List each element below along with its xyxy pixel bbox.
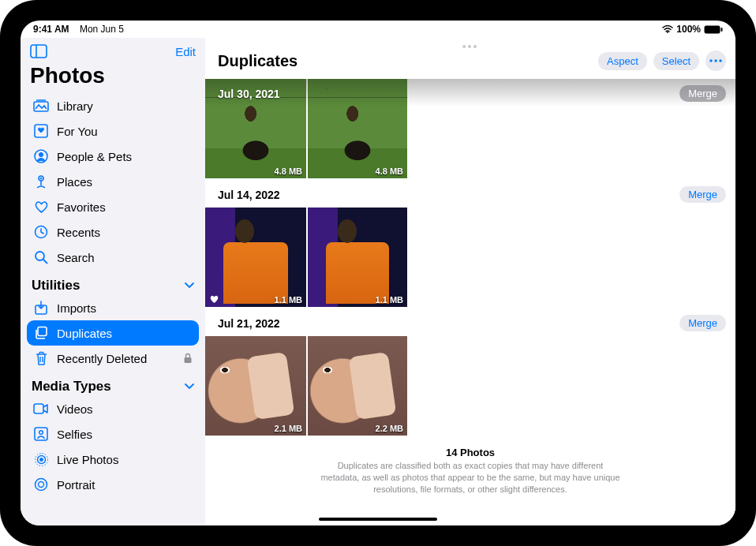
sidebar-item-selfies[interactable]: Selfies: [27, 421, 199, 447]
file-size: 1.1 MB: [376, 295, 403, 305]
sidebar-title: Photos: [27, 63, 199, 93]
aspect-button[interactable]: Aspect: [598, 52, 647, 70]
battery-icon: [704, 25, 723, 34]
sidebar-item-portrait[interactable]: Portrait: [27, 472, 199, 497]
sidebar-item-recently-deleted[interactable]: Recently Deleted: [27, 346, 199, 371]
merge-button[interactable]: Merge: [679, 186, 726, 203]
sidebar-item-label: Recents: [57, 226, 100, 239]
sidebar-item-label: People & Pets: [57, 150, 132, 163]
photo-thumbnail[interactable]: 1.1 MB: [205, 208, 306, 307]
svg-rect-18: [34, 404, 43, 413]
sidebar-item-videos[interactable]: Videos: [27, 396, 199, 421]
sidebar-item-label: For You: [57, 125, 98, 138]
merge-button[interactable]: Merge: [679, 85, 726, 102]
photo-thumbnail[interactable]: 2.2 MB: [308, 336, 407, 436]
sidebar-item-favorites[interactable]: Favorites: [27, 194, 199, 219]
heart-icon: [33, 199, 49, 215]
group-header: Jul 14, 2022 Merge: [205, 178, 735, 208]
duplicate-group: Jul 14, 2022 Merge 1.1 MB 1.1 MB: [205, 178, 735, 307]
wifi-icon: [662, 25, 673, 33]
screen: 9:41 AM Mon Jun 5 100% Edit Photos: [21, 21, 735, 525]
svg-point-9: [39, 152, 43, 156]
page-title: Duplicates: [218, 52, 298, 70]
sidebar: Edit Photos Library For You People & Pet…: [21, 38, 205, 525]
content-scroll[interactable]: Jul 30, 2021 Merge 4.8 MB 4.8 MB: [205, 79, 735, 525]
sidebar-item-library[interactable]: Library: [27, 93, 199, 118]
foryou-icon: [33, 123, 49, 139]
svg-point-0: [667, 32, 668, 33]
duplicates-icon: [33, 325, 49, 341]
sidebar-item-label: Selfies: [57, 428, 92, 441]
footer-note: 14 Photos Duplicates are classified both…: [205, 436, 735, 511]
sidebar-item-places[interactable]: Places: [27, 169, 199, 194]
favorite-icon: [209, 294, 219, 304]
sidebar-section-utilities[interactable]: Utilities: [27, 270, 199, 295]
svg-rect-17: [185, 357, 192, 363]
sidebar-section-media[interactable]: Media Types: [27, 371, 199, 396]
chevron-down-icon: [185, 282, 194, 289]
svg-line-14: [43, 260, 47, 264]
svg-rect-16: [38, 327, 47, 336]
more-button[interactable]: [705, 50, 726, 71]
section-title: Utilities: [32, 278, 80, 294]
sidebar-item-label: Library: [57, 99, 93, 113]
home-indicator[interactable]: [319, 518, 437, 521]
sidebar-item-live[interactable]: Live Photos: [27, 447, 199, 472]
svg-rect-1: [705, 25, 720, 33]
import-icon: [33, 300, 49, 316]
footer-description: Duplicates are classified both as exact …: [320, 460, 620, 496]
group-date: Jul 30, 2021: [218, 88, 280, 100]
sidebar-item-label: Imports: [57, 301, 96, 315]
svg-point-24: [36, 479, 47, 491]
selfie-icon: [33, 426, 49, 442]
sidebar-item-people[interactable]: People & Pets: [27, 144, 199, 169]
battery-pct: 100%: [676, 24, 701, 35]
sidebar-item-label: Favorites: [57, 200, 106, 214]
people-icon: [33, 148, 49, 164]
file-size: 1.1 MB: [275, 295, 302, 305]
places-icon: [33, 174, 49, 189]
svg-point-13: [36, 252, 44, 260]
merge-button[interactable]: Merge: [679, 315, 726, 331]
sidebar-item-label: Videos: [57, 402, 93, 416]
sidebar-item-label: Duplicates: [57, 327, 112, 340]
sidebar-item-label: Live Photos: [57, 453, 118, 466]
svg-rect-3: [31, 45, 47, 58]
lock-icon: [183, 353, 193, 364]
sidebar-item-label: Portrait: [57, 478, 95, 492]
sidebar-toggle-icon[interactable]: [30, 44, 47, 58]
sidebar-item-foryou[interactable]: For You: [27, 118, 199, 144]
photo-thumbnail[interactable]: 1.1 MB: [308, 208, 407, 307]
chevron-down-icon: [185, 383, 194, 390]
group-date: Jul 21, 2022: [218, 317, 280, 330]
library-icon: [33, 98, 49, 114]
sidebar-item-duplicates[interactable]: Duplicates: [27, 320, 199, 346]
edit-button[interactable]: Edit: [175, 45, 196, 58]
live-icon: [33, 451, 49, 467]
sidebar-item-search[interactable]: Search: [27, 245, 199, 270]
svg-point-25: [39, 482, 44, 488]
status-right: 100%: [662, 24, 723, 35]
sidebar-item-imports[interactable]: Imports: [27, 295, 199, 320]
main-panel: ••• Duplicates Aspect Select Jul 30, 202…: [205, 38, 735, 525]
file-size: 4.8 MB: [376, 166, 403, 176]
svg-point-27: [714, 59, 717, 62]
svg-point-11: [40, 178, 42, 179]
file-size: 2.1 MB: [275, 424, 302, 433]
duplicate-group: Jul 21, 2022 Merge 2.1 MB 2.2 MB: [205, 307, 735, 436]
sidebar-item-label: Places: [57, 175, 92, 189]
status-bar: 9:41 AM Mon Jun 5 100%: [21, 21, 735, 38]
photo-thumbnail[interactable]: 2.1 MB: [205, 336, 306, 436]
sidebar-item-label: Search: [57, 251, 95, 264]
group-header: Jul 30, 2021 Merge: [205, 79, 735, 107]
status-date: Mon Jun 5: [80, 24, 124, 35]
select-button[interactable]: Select: [653, 52, 699, 70]
svg-point-26: [709, 59, 712, 62]
section-title: Media Types: [32, 379, 111, 395]
portrait-icon: [33, 477, 49, 492]
status-time: 9:41 AM: [33, 24, 69, 35]
sidebar-item-recents[interactable]: Recents: [27, 219, 199, 245]
search-icon: [33, 249, 49, 265]
duplicate-group: Jul 30, 2021 Merge 4.8 MB 4.8 MB: [205, 79, 735, 178]
multitasking-icon[interactable]: •••: [462, 40, 479, 53]
